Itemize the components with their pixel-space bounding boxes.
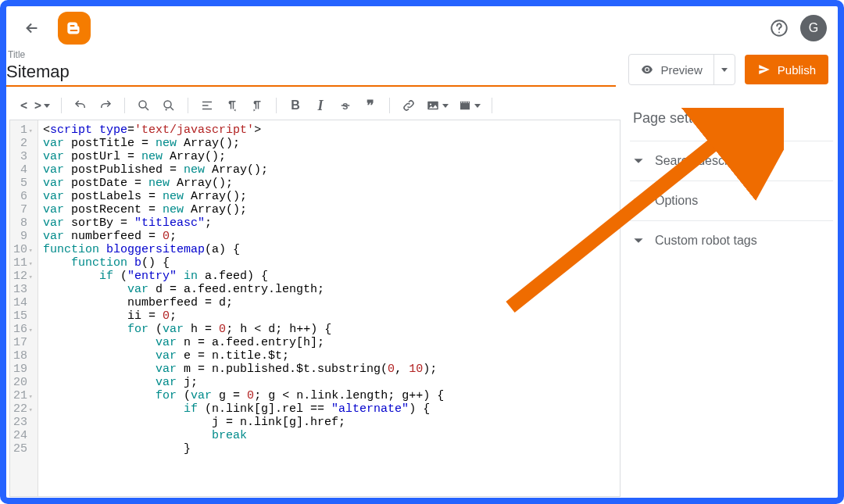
svg-point-6 (430, 103, 431, 105)
item-label: Options (655, 194, 698, 208)
svg-text:S: S (342, 102, 348, 111)
caret-down-icon (721, 66, 728, 73)
editor-column: < > (6, 87, 620, 497)
separator (276, 98, 277, 113)
title-label: Title (6, 49, 625, 60)
preview-label: Preview (660, 63, 702, 77)
send-icon (757, 63, 771, 77)
rtl-button[interactable] (249, 98, 265, 113)
publish-button[interactable]: Publish (745, 55, 828, 84)
preview-button[interactable]: Preview (628, 54, 735, 85)
gutter: 1 ▾2345678910 ▾11 ▾12 ▾13141516 ▾1718192… (10, 120, 38, 496)
align-button[interactable] (199, 98, 215, 113)
separator (389, 98, 390, 113)
custom-robot-tags-item[interactable]: Custom robot tags (630, 220, 833, 260)
quote-button[interactable]: ❞ (363, 98, 378, 113)
topbar: G (6, 6, 838, 49)
toolbar: < > (9, 93, 620, 120)
separator (492, 98, 492, 113)
undo-button[interactable] (73, 98, 88, 113)
separator (124, 98, 125, 113)
help-icon[interactable] (769, 18, 789, 38)
strike-button[interactable]: S (338, 98, 353, 113)
italic-button[interactable]: I (313, 98, 328, 113)
blogger-logo[interactable] (58, 12, 91, 45)
image-button[interactable] (426, 98, 449, 113)
page-settings-panel: Page settings Search description Options… (620, 87, 838, 497)
publish-label: Publish (778, 63, 816, 77)
view-mode-button[interactable]: < > (20, 98, 50, 113)
options-item[interactable]: Options (630, 181, 833, 220)
video-button[interactable] (458, 98, 481, 113)
code-area[interactable]: <script type='text/javascript'>var postT… (38, 120, 449, 496)
svg-point-1 (778, 31, 780, 33)
redo-button[interactable] (98, 98, 113, 113)
chevron-down-icon (633, 155, 644, 166)
separator (61, 98, 62, 113)
svg-point-2 (139, 101, 146, 108)
item-label: Custom robot tags (655, 234, 757, 248)
ltr-button[interactable] (224, 98, 240, 113)
topbar-right: G (769, 15, 827, 41)
page-settings-heading: Page settings (630, 102, 833, 141)
separator (188, 98, 188, 113)
chevron-down-icon (633, 195, 644, 206)
eye-icon (640, 63, 654, 77)
preview-main[interactable]: Preview (629, 55, 713, 84)
app-frame: G Title Sitemap Preview Publish (0, 0, 844, 504)
link-button[interactable] (401, 98, 417, 113)
search-replace-button[interactable] (161, 98, 177, 113)
back-button[interactable] (23, 20, 41, 37)
code-editor[interactable]: 1 ▾2345678910 ▾11 ▾12 ▾13141516 ▾1718192… (9, 120, 620, 497)
bold-button[interactable]: B (288, 98, 303, 113)
item-label: Search description (655, 154, 759, 168)
topbar-left (23, 12, 91, 45)
preview-dropdown[interactable] (713, 55, 735, 84)
action-block: Preview Publish (628, 54, 828, 87)
body: < > (6, 87, 838, 497)
svg-point-3 (164, 101, 171, 108)
title-block: Title Sitemap (6, 49, 628, 87)
search-description-item[interactable]: Search description (630, 141, 833, 181)
chevron-down-icon (633, 235, 644, 246)
title-row: Title Sitemap Preview Publish (6, 49, 838, 87)
avatar[interactable]: G (800, 15, 827, 41)
search-button[interactable] (136, 98, 152, 113)
title-input[interactable]: Sitemap (6, 60, 616, 87)
